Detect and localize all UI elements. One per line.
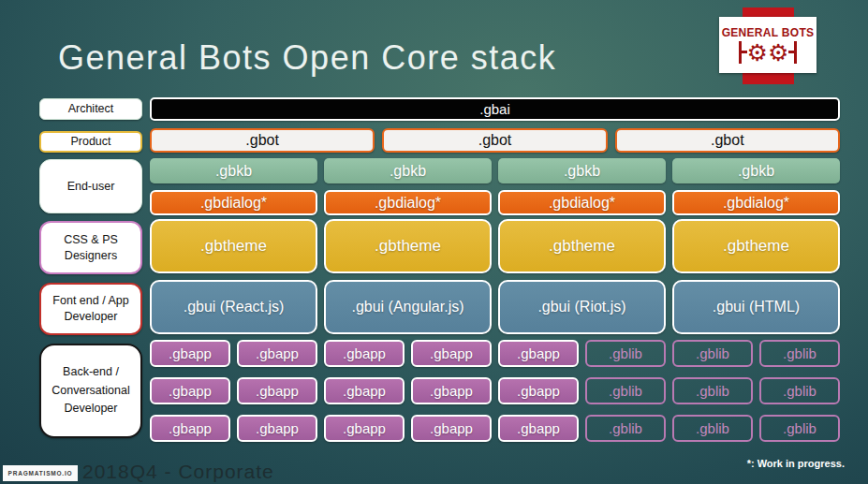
gbapp-box: .gbapp: [324, 340, 405, 367]
slide-canvas: General Bots Open Core stack GENERAL BOT…: [0, 0, 868, 484]
gbui-row: .gbui (React.js) .gbui (Angular.js) .gbu…: [150, 280, 840, 334]
gbapp-box: .gbapp: [411, 340, 492, 367]
gblib-box: .gblib: [759, 415, 840, 442]
role-label-architect: Architect: [39, 98, 142, 120]
gbui-riot-box: .gbui (Riot.js): [498, 280, 666, 334]
gbapp-box: .gbapp: [237, 377, 317, 404]
gblib-box: .gblib: [672, 377, 753, 404]
gbkb-box: .gbkb: [324, 158, 492, 183]
role-label-end-user: End-user: [39, 159, 142, 213]
footer-caption: 2018Q4 - Corporate: [82, 461, 274, 483]
backend-row-3: .gbapp .gbapp .gbapp .gbapp .gbapp .gbli…: [150, 415, 840, 442]
role-label-css-ps-designers: CSS & PS Designers: [39, 221, 142, 274]
gbai-row: .gbai: [150, 97, 840, 121]
role-label-product: Product: [39, 131, 142, 153]
role-label-backend-conversational-developer: Back-end / Conversational Developer: [39, 344, 142, 438]
gbtheme-box: .gbtheme: [324, 219, 492, 273]
gbdialog-box: .gbdialog*: [498, 190, 666, 215]
gbapp-box: .gbapp: [411, 377, 492, 404]
pragmatismo-logo: PRAGMATISMO.IO: [3, 465, 78, 481]
gbdialog-box: .gbdialog*: [324, 190, 492, 215]
role-label-frontend-app-developer: Font end / App Developer: [39, 283, 142, 335]
gbkb-box: .gbkb: [672, 158, 840, 183]
gbdialog-row: .gbdialog* .gbdialog* .gbdialog* .gbdial…: [150, 190, 840, 215]
gbapp-box: .gbapp: [150, 377, 230, 404]
backend-row-1: .gbapp .gbapp .gbapp .gbapp .gbapp .gbli…: [150, 340, 840, 367]
gbkb-box: .gbkb: [150, 158, 317, 183]
gbtheme-row: .gbtheme .gbtheme .gbtheme .gbtheme: [150, 219, 840, 273]
gblib-box: .gblib: [672, 415, 753, 442]
gbapp-box: .gbapp: [498, 340, 579, 367]
gear-icon: ⚙: [747, 40, 768, 65]
gbkb-row: .gbkb .gbkb .gbkb .gbkb: [150, 158, 840, 183]
gear-frame-right-icon: [794, 41, 797, 64]
brand-logo-text: GENERAL BOTS: [722, 26, 815, 39]
gbtheme-box: .gbtheme: [672, 219, 840, 273]
gbapp-box: .gbapp: [324, 415, 405, 442]
gblib-box: .gblib: [759, 377, 840, 404]
gbui-html-box: .gbui (HTML): [672, 280, 840, 334]
gear-icon: ⚙: [768, 40, 788, 65]
gbai-box: .gbai: [150, 97, 840, 121]
page-title: General Bots Open Core stack: [58, 38, 556, 78]
gbot-box: .gbot: [382, 128, 607, 153]
gbtheme-box: .gbtheme: [150, 219, 317, 273]
gbapp-box: .gbapp: [237, 415, 317, 442]
gblib-box: .gblib: [585, 340, 666, 367]
gbapp-box: .gbapp: [498, 415, 579, 442]
gbapp-box: .gbapp: [150, 415, 230, 442]
gbapp-box: .gbapp: [411, 415, 492, 442]
gears-icon: ⚙ ⚙: [739, 40, 798, 65]
gbui-react-box: .gbui (React.js): [150, 280, 317, 334]
gbapp-box: .gbapp: [150, 340, 230, 367]
backend-row-2: .gbapp .gbapp .gbapp .gbapp .gbapp .gbli…: [150, 377, 840, 404]
gbot-box: .gbot: [615, 128, 840, 153]
brand-logo: GENERAL BOTS ⚙ ⚙: [719, 17, 817, 73]
gblib-box: .gblib: [759, 340, 840, 367]
gbapp-box: .gbapp: [324, 377, 405, 404]
gbapp-box: .gbapp: [237, 340, 317, 367]
gbot-row: .gbot .gbot .gbot: [150, 128, 840, 153]
gbtheme-box: .gbtheme: [498, 219, 666, 273]
gbui-angular-box: .gbui (Angular.js): [324, 280, 492, 334]
gbkb-box: .gbkb: [498, 158, 666, 183]
gbdialog-box: .gbdialog*: [150, 190, 317, 215]
gblib-box: .gblib: [585, 415, 666, 442]
gbdialog-box: .gbdialog*: [672, 190, 840, 215]
work-in-progress-footnote: *: Work in progress.: [747, 458, 845, 469]
gbapp-box: .gbapp: [498, 377, 579, 404]
gbot-box: .gbot: [150, 128, 375, 153]
gblib-box: .gblib: [585, 377, 666, 404]
gblib-box: .gblib: [672, 340, 753, 367]
